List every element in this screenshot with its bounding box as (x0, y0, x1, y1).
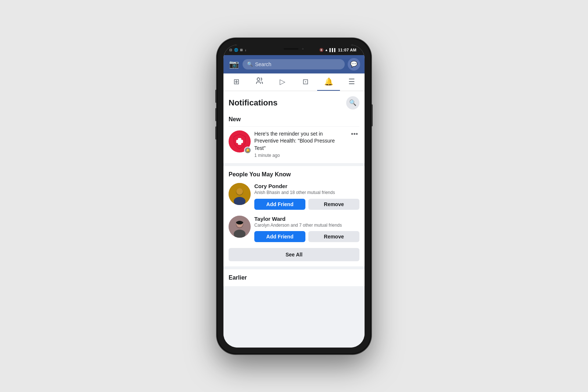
camera-icon: 📷 (229, 60, 239, 69)
mute-icon: 🔇 (319, 48, 323, 52)
wifi-icon: ▲ (325, 48, 328, 52)
signal-icon: ▌▌▌ (330, 48, 337, 52)
notifications-header: Notifications 🔍 (229, 96, 359, 109)
notification-bell-badge: 🔔 (244, 147, 251, 154)
status-time: 11:07 AM (338, 48, 356, 52)
cory-avatar-img (229, 183, 251, 205)
notifications-title: Notifications (229, 98, 277, 108)
globe-icon: 🌐 (234, 48, 238, 52)
see-all-button[interactable]: See All (229, 248, 359, 261)
earlier-title: Earlier (229, 274, 359, 281)
pymk-title: People You May Know (229, 171, 359, 178)
notification-time: 1 minute ago (254, 153, 346, 158)
taylor-name: Taylor Ward (254, 216, 359, 222)
svg-point-0 (257, 78, 260, 80)
cory-info: Cory Ponder Anish Bhasin and 18 other mu… (254, 183, 359, 210)
nav-item-home[interactable]: ⊞ (225, 73, 248, 91)
cory-avatar (229, 183, 251, 205)
search-icon: 🔍 (247, 61, 253, 67)
taylor-mutual-friends: Carolyn Anderson and 7 other mutual frie… (254, 223, 359, 229)
new-section-label: New (229, 113, 359, 126)
facebook-logo-button[interactable]: 📷 (228, 58, 240, 70)
taylor-info: Taylor Ward Carolyn Anderson and 7 other… (254, 216, 359, 242)
person-card-cory: Cory Ponder Anish Bhasin and 18 other mu… (229, 183, 359, 210)
watch-icon: ▷ (280, 77, 285, 86)
notifications-section: Notifications 🔍 New (223, 91, 365, 163)
notification-item-health[interactable]: 🔔 Here's the reminder you set in Prevent… (229, 126, 359, 163)
person-card-taylor: Taylor Ward Carolyn Anderson and 7 other… (229, 216, 359, 242)
cory-actions: Add Friend Remove (254, 199, 359, 210)
taylor-add-friend-button[interactable]: Add Friend (254, 231, 305, 242)
notch (270, 45, 318, 53)
notification-menu-button[interactable]: ••• (349, 130, 359, 138)
bell-icon: 🔔 (324, 77, 333, 86)
search-circle-icon: 🔍 (349, 99, 356, 106)
bell-badge-icon: 🔔 (246, 148, 250, 152)
menu-icon: ☰ (348, 77, 355, 86)
nav-item-marketplace[interactable]: ⊡ (294, 73, 317, 91)
search-notifications-button[interactable]: 🔍 (346, 96, 359, 109)
taylor-avatar-img (229, 216, 251, 238)
cory-remove-button[interactable]: Remove (308, 199, 359, 210)
svg-rect-3 (236, 140, 243, 143)
content-area: Notifications 🔍 New (223, 91, 365, 348)
taylor-avatar (229, 216, 251, 238)
marketplace-icon: ⊡ (302, 77, 309, 86)
phone-device: ⊡ 🌐 ⊞ ↓ 🔇 ▲ ▌▌▌ 11:07 AM 📷 🔍 Search (217, 38, 371, 354)
notification-text: Here's the reminder you set in Preventiv… (254, 130, 346, 152)
sim-icon: ⊞ (240, 48, 243, 52)
nav-item-menu[interactable]: ☰ (340, 73, 363, 91)
svg-point-7 (236, 188, 243, 195)
messenger-button[interactable]: 💬 (348, 58, 360, 71)
search-bar[interactable]: 🔍 Search (243, 59, 345, 69)
people-you-may-know-section: People You May Know Cory Ponder Anish (223, 166, 365, 266)
friends-icon (255, 77, 263, 87)
earlier-section: Earlier (223, 269, 365, 286)
status-bar-left: ⊡ 🌐 ⊞ ↓ (229, 48, 247, 52)
notification-content: Here's the reminder you set in Preventiv… (254, 130, 346, 158)
facebook-header: 📷 🔍 Search 💬 (223, 55, 365, 73)
cory-name: Cory Ponder (254, 183, 359, 189)
screen-capture-icon: ⊡ (229, 48, 232, 52)
notification-avatar: 🔔 (229, 130, 251, 154)
nav-item-watch[interactable]: ▷ (271, 73, 294, 91)
taylor-remove-button[interactable]: Remove (308, 231, 359, 242)
phone-screen: ⊡ 🌐 ⊞ ↓ 🔇 ▲ ▌▌▌ 11:07 AM 📷 🔍 Search (223, 45, 365, 348)
taylor-actions: Add Friend Remove (254, 231, 359, 242)
status-bar-right: 🔇 ▲ ▌▌▌ 11:07 AM (319, 48, 356, 52)
search-placeholder: Search (255, 61, 271, 67)
home-icon: ⊞ (233, 77, 240, 86)
messenger-icon: 💬 (350, 61, 358, 68)
cory-mutual-friends: Anish Bhasin and 18 other mutual friends (254, 190, 359, 196)
download-icon: ↓ (245, 48, 247, 52)
cory-add-friend-button[interactable]: Add Friend (254, 199, 305, 210)
nav-item-friends[interactable] (248, 73, 271, 91)
speaker (284, 48, 298, 50)
nav-item-notifications[interactable]: 🔔 (317, 73, 340, 91)
facebook-nav: ⊞ ▷ ⊡ 🔔 ☰ (223, 73, 365, 91)
front-camera (301, 47, 304, 50)
